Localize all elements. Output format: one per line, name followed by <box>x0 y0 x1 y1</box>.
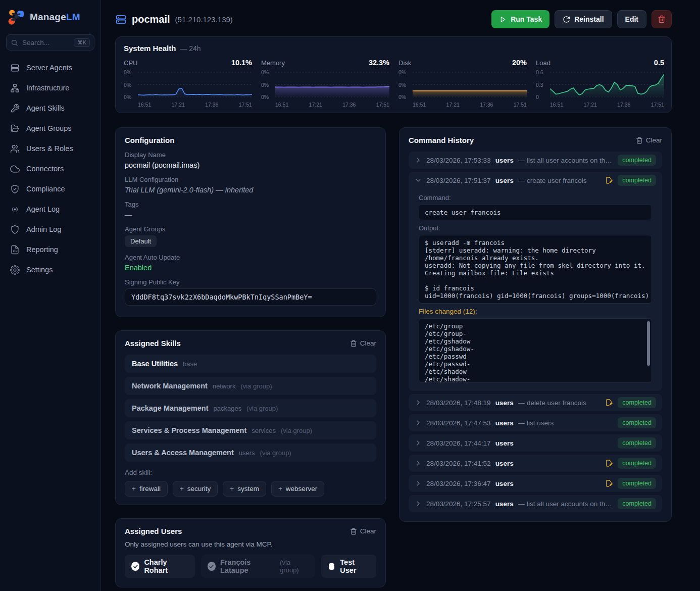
chart-current-value: 10.1% <box>231 59 252 67</box>
sidebar-item-server-agents[interactable]: Server Agents <box>6 58 94 78</box>
history-entry: 28/03/2026, 17:41:52 userscompleted <box>409 455 662 472</box>
x-tick-label: 16:51 <box>550 102 563 108</box>
skill-row-network[interactable]: Network Managementnetwork(via group) <box>125 377 376 395</box>
skill-name: Package Management <box>132 404 209 412</box>
scrollbar-thumb[interactable] <box>647 321 650 366</box>
sidebar-item-agent-groups[interactable]: Agent Groups <box>6 118 94 138</box>
sidebar-item-label: Agent Groups <box>26 124 71 132</box>
x-tick-label: 17:21 <box>172 102 185 108</box>
sidebar-item-settings[interactable]: Settings <box>6 260 94 280</box>
y-tick-label: 0% <box>124 94 131 100</box>
sidebar-item-label: Connectors <box>26 165 64 173</box>
y-tick-label: 0 <box>536 94 539 100</box>
sidebar-item-label: Infrastructure <box>26 84 69 92</box>
skill-via-group: (via group) <box>240 382 272 390</box>
history-description: — list all user accounts on the … <box>518 157 614 164</box>
history-entry-header[interactable]: 28/03/2026, 17:48:19 users— delete user … <box>409 394 662 411</box>
history-entry-header[interactable]: 28/03/2026, 17:25:57 users— list all use… <box>409 495 662 512</box>
sidebar-item-connectors[interactable]: Connectors <box>6 159 94 179</box>
chevron-right-icon <box>415 439 422 447</box>
y-tick-label: 0.6 <box>536 69 543 75</box>
add-skill-button-system[interactable]: +system <box>223 481 266 497</box>
x-tick-label: 17:21 <box>584 102 597 108</box>
system-health-title: System Health <box>124 44 176 53</box>
skill-row-services[interactable]: Services & Process Managementservices(vi… <box>125 421 376 439</box>
sidebar-item-label: Compliance <box>26 185 65 193</box>
user-chip-test-user[interactable]: Test User <box>321 555 376 578</box>
add-skill-option-label: security <box>187 485 211 492</box>
skills-clear-button[interactable]: Clear <box>350 339 376 347</box>
add-skill-button-security[interactable]: +security <box>173 481 218 497</box>
reinstall-button[interactable]: Reinstall <box>555 10 612 28</box>
history-entry-header[interactable]: 28/03/2026, 17:53:33 users— list all use… <box>409 152 662 169</box>
trash-icon <box>636 137 643 144</box>
delete-button[interactable] <box>652 10 672 28</box>
history-entry-header[interactable]: 28/03/2026, 17:51:37 users— create user … <box>409 172 662 189</box>
main-content: pocmail (51.210.123.139) Run Task Reinst… <box>101 0 700 591</box>
system-health-range: — 24h <box>180 44 201 53</box>
history-scope: users <box>495 399 514 407</box>
plus-icon: + <box>180 485 184 492</box>
sidebar-item-agent-log[interactable]: Agent Log <box>6 199 94 219</box>
llm-config-label: LLM Configuration <box>125 176 376 183</box>
sidebar-item-compliance[interactable]: Compliance <box>6 179 94 199</box>
add-skill-button-webserver[interactable]: +webserver <box>271 481 324 497</box>
sidebar-item-infrastructure[interactable]: Infrastructure <box>6 78 94 98</box>
status-badge: completed <box>618 417 656 428</box>
sidebar-nav: Server AgentsInfrastructureAgent SkillsA… <box>6 58 94 280</box>
history-entry-header[interactable]: 28/03/2026, 17:44:17 userscompleted <box>409 434 662 452</box>
server-icon <box>10 63 20 73</box>
history-entry-header[interactable]: 28/03/2026, 17:41:52 userscompleted <box>409 455 662 472</box>
add-skill-option-label: webserver <box>286 485 317 492</box>
sidebar-item-admin-log[interactable]: Admin Log <box>6 219 94 239</box>
history-entry-header[interactable]: 28/03/2026, 17:36:47 userscompleted <box>409 475 662 492</box>
users-clear-button[interactable]: Clear <box>350 527 376 535</box>
file-pen-icon <box>605 479 613 487</box>
sidebar-item-reporting[interactable]: Reporting <box>6 239 94 260</box>
skill-row-packages[interactable]: Package Managementpackages(via group) <box>125 399 376 417</box>
status-badge: completed <box>618 155 656 166</box>
brand[interactable]: ManageLM <box>6 7 94 34</box>
search-input[interactable]: Search... ⌘K <box>6 34 94 51</box>
search-icon <box>11 39 18 46</box>
x-tick-label: 17:36 <box>480 102 493 108</box>
user-chip-charly-rohart[interactable]: Charly Rohart <box>125 555 195 578</box>
history-entry-detail: Command: create user francois Output: $ … <box>409 189 662 391</box>
history-entry: 28/03/2026, 17:51:37 users— create user … <box>409 172 662 391</box>
history-entry: 28/03/2026, 17:47:53 users— list usersco… <box>409 414 662 431</box>
command-box: create user francois <box>419 205 652 220</box>
run-task-button[interactable]: Run Task <box>491 10 549 28</box>
x-tick-label: 17:36 <box>342 102 356 108</box>
agent-group-badge[interactable]: Default <box>125 235 157 247</box>
history-time: 28/03/2026, 17:25:57 <box>426 500 491 508</box>
user-chip-fran-ois-lataupe[interactable]: François Lataupe(via group) <box>201 555 315 578</box>
y-tick-label: 0% <box>398 82 406 88</box>
files-changed-box: /etc/group /etc/group- /etc/gshadow /etc… <box>419 318 652 383</box>
brand-logo-icon <box>7 8 25 26</box>
chevron-right-icon <box>415 460 422 467</box>
skill-slug: packages <box>214 405 242 412</box>
system-health-header: System Health — 24h <box>124 44 663 53</box>
page-title: pocmail <box>132 14 170 25</box>
chart-plot <box>275 69 389 100</box>
edit-button[interactable]: Edit <box>617 10 646 28</box>
trash-icon <box>350 528 357 535</box>
sidebar-item-label: Reporting <box>26 245 58 254</box>
sidebar-item-users-roles[interactable]: Users & Roles <box>6 138 94 159</box>
llm-config-value: Trial LLM (gemini-2.0-flash) — inherited <box>125 186 376 194</box>
x-tick-label: 17:21 <box>309 102 322 108</box>
y-tick-label: 0% <box>261 69 269 75</box>
add-skill-button-firewall[interactable]: +firewall <box>125 481 168 497</box>
skill-row-base[interactable]: Base Utilitiesbase <box>125 355 376 373</box>
chart-current-value: 32.3% <box>369 59 389 67</box>
skill-row-users[interactable]: Users & Access Managementusers(via group… <box>125 444 376 462</box>
x-tick-label: 17:36 <box>617 102 630 108</box>
x-tick-label: 17:51 <box>239 102 252 108</box>
signing-key-value[interactable]: YddDF8tq37svk2zX6bDaqdoMkwPBkTnIqySSanPm… <box>125 288 376 306</box>
configuration-title: Configuration <box>125 136 376 144</box>
chevron-right-icon <box>415 480 422 487</box>
history-entry-header[interactable]: 28/03/2026, 17:47:53 users— list usersco… <box>409 414 662 431</box>
history-clear-button[interactable]: Clear <box>636 136 662 144</box>
sidebar-item-label: Server Agents <box>26 64 72 72</box>
sidebar-item-agent-skills[interactable]: Agent Skills <box>6 98 94 118</box>
